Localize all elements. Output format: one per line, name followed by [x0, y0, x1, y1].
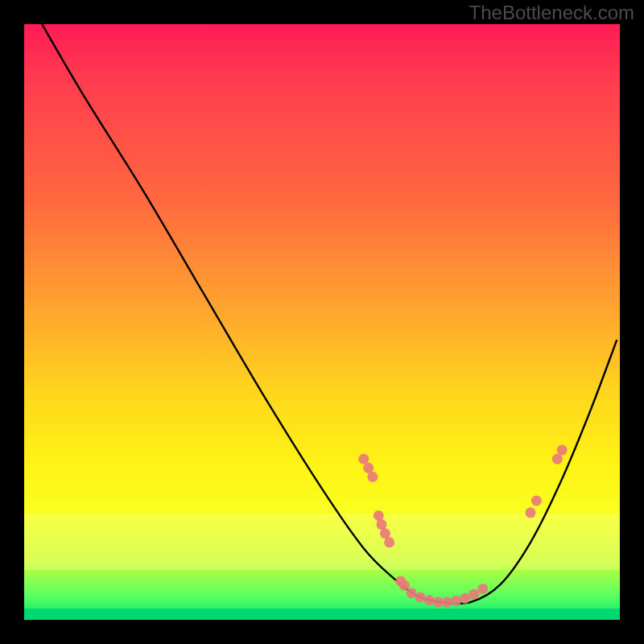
data-point	[442, 597, 452, 607]
data-point	[415, 592, 426, 602]
data-point	[363, 463, 374, 473]
data-point	[374, 510, 384, 521]
data-point	[380, 528, 390, 539]
data-point	[358, 454, 369, 464]
data-point	[424, 595, 435, 605]
data-point	[367, 472, 378, 482]
data-point	[433, 597, 444, 607]
data-point	[557, 445, 568, 456]
plot-area	[24, 24, 620, 620]
watermark-text: TheBottleneck.com	[469, 2, 634, 24]
chart-frame: TheBottleneck.com	[0, 0, 644, 644]
data-point	[384, 537, 394, 547]
data-point-group	[358, 445, 567, 608]
data-point	[460, 593, 470, 604]
data-point	[377, 519, 387, 530]
data-point	[552, 454, 563, 464]
data-point	[399, 580, 410, 591]
data-point	[531, 496, 542, 506]
data-point	[469, 589, 479, 600]
data-point	[407, 588, 417, 598]
data-point	[451, 596, 461, 606]
curve-overlay	[24, 24, 620, 620]
data-point	[477, 584, 488, 594]
data-point	[526, 507, 536, 518]
